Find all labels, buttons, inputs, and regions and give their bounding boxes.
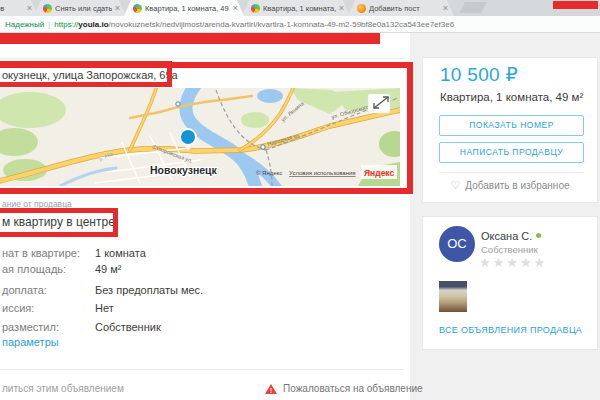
- listing-price: 10 500 ₽: [440, 63, 518, 86]
- param-value-rooms: 1 комната: [95, 247, 146, 259]
- favorite-label: Добавить в избранное: [465, 180, 569, 191]
- all-params-link[interactable]: параметры: [2, 336, 59, 348]
- seller-type: Собственник: [481, 244, 538, 255]
- online-status-dot: [536, 233, 541, 238]
- seller-listing-thumbnail[interactable]: [439, 281, 467, 312]
- all-seller-ads-link[interactable]: ВСЕ ОБЪЯВЛЕНИЯ ПРОДАВЦА: [439, 325, 582, 335]
- tab-title: — Нов: [0, 4, 24, 13]
- youla-favicon-icon: [251, 4, 260, 13]
- param-label-commission: иссия:: [2, 302, 34, 314]
- param-label-rooms: нат в квартире:: [2, 247, 80, 259]
- tab-5[interactable]: Добавить пост ×: [348, 0, 454, 16]
- url-domain: youla.io: [78, 20, 108, 29]
- new-tab-button[interactable]: [459, 2, 487, 13]
- add-to-favorites-button[interactable]: ♡Добавить в избранное: [423, 179, 597, 192]
- avatar[interactable]: ОС: [439, 226, 475, 262]
- tab-4[interactable]: Квартира, 1 комната, 3 ×: [242, 0, 350, 16]
- close-icon[interactable]: ×: [443, 4, 448, 13]
- close-icon[interactable]: ×: [339, 4, 344, 13]
- share-listing-label: литься этим объявлением: [2, 383, 124, 394]
- youla-favicon-icon: [133, 4, 142, 13]
- annotation-box-address: [0, 61, 172, 87]
- annotation-box-description: [0, 208, 118, 237]
- tab-title: Квартира, 1 комната, 3: [263, 4, 336, 13]
- param-value-commission: Нет: [95, 302, 114, 314]
- rating-stars-icon: ★★★★★: [479, 255, 547, 270]
- browser-window: — Нов × Снять или сдать кварти × Квартир…: [0, 0, 600, 400]
- section-divider: [0, 369, 404, 370]
- param-label-area: ая площадь:: [2, 263, 66, 275]
- address-bar[interactable]: Надежный | https://youla.io/novokuznetsk…: [0, 16, 600, 33]
- url-path: /novokuznetsk/nedvijimost/arenda-kvartir…: [109, 20, 455, 29]
- url-scheme: https://: [54, 20, 78, 29]
- card-divider: [439, 172, 584, 173]
- security-badge: Надежный: [5, 20, 44, 29]
- close-icon[interactable]: ×: [115, 4, 120, 13]
- redaction-bar-site-header: [0, 33, 380, 44]
- seller-card: ОС Оксана С. Собственник ★★★★★ ВСЕ ОБЪЯВ…: [422, 216, 598, 350]
- url-separator: |: [48, 20, 50, 29]
- tab-bar: — Нов × Снять или сдать кварти × Квартир…: [0, 0, 600, 16]
- ok-favicon-icon: [357, 4, 366, 13]
- tab-1-partial[interactable]: — Нов ×: [0, 0, 38, 16]
- listing-subtitle: Квартира, 1 комната, 49 м²: [440, 91, 583, 103]
- report-listing-link[interactable]: Пожаловаться на объявление: [283, 383, 423, 394]
- redaction-bar-top-right: [553, 1, 598, 9]
- write-seller-button[interactable]: НАПИСАТЬ ПРОДАВЦУ: [439, 142, 584, 163]
- youla-favicon-icon: [43, 4, 52, 13]
- close-icon[interactable]: ×: [233, 4, 238, 13]
- show-number-button[interactable]: ПОКАЗАТЬ НОМЕР: [439, 115, 584, 136]
- tab-2[interactable]: Снять или сдать кварти ×: [34, 0, 126, 16]
- param-label-prepayment: доплата:: [2, 284, 47, 296]
- heart-icon: ♡: [450, 179, 460, 191]
- param-value-posted-by: Собственник: [95, 321, 161, 333]
- tab-title: Квартира, 1 комната, 49: [145, 4, 230, 13]
- param-value-area: 49 м²: [95, 263, 122, 275]
- param-label-posted-by: разместил:: [2, 321, 59, 333]
- tab-title: Добавить пост: [369, 4, 440, 13]
- seller-name: Оксана С.: [481, 230, 541, 242]
- param-value-prepayment: Без предоплаты мес.: [95, 284, 203, 296]
- tab-3-active[interactable]: Квартира, 1 комната, 49 ×: [124, 0, 244, 16]
- close-icon[interactable]: ×: [27, 4, 32, 13]
- tab-title: Снять или сдать кварти: [55, 4, 112, 13]
- price-card: 10 500 ₽ Квартира, 1 комната, 49 м² ПОКА…: [422, 57, 598, 203]
- header-divider: [0, 58, 404, 59]
